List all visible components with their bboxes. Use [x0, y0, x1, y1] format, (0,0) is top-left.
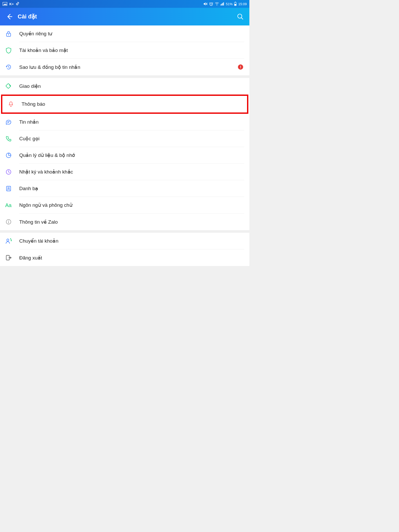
- aa-icon: Aa: [5, 202, 15, 208]
- settings-section-2: Giao diện Thông báo Tin nhắn Cuộc gọi Qu…: [0, 78, 249, 230]
- app-header: Cài đặt: [0, 8, 249, 25]
- svg-point-20: [7, 239, 9, 241]
- brush-icon: [5, 83, 15, 90]
- battery-icon: [234, 2, 237, 6]
- phone-icon: [5, 135, 15, 142]
- clock-icon: [5, 169, 15, 175]
- settings-item-label: Chuyển tài khoản: [19, 238, 58, 244]
- svg-point-19: [8, 221, 9, 221]
- settings-item-label: Ngôn ngữ và phông chữ: [19, 202, 72, 208]
- svg-rect-9: [235, 4, 236, 5]
- settings-item-contacts[interactable]: Danh bạ: [0, 180, 249, 197]
- switch-user-icon: [5, 238, 15, 244]
- settings-item-label: Đăng xuất: [19, 255, 42, 261]
- back-button[interactable]: [5, 13, 13, 21]
- alarm-icon: [209, 2, 213, 6]
- settings-item-about[interactable]: Thông tin về Zalo: [0, 214, 249, 230]
- svg-point-2: [217, 5, 217, 5]
- clock-text: 15:09: [238, 2, 247, 6]
- svg-rect-6: [223, 2, 224, 5]
- section-divider: [0, 75, 249, 78]
- settings-item-label: Sao lưu & đồng bộ tin nhắn: [19, 64, 80, 70]
- gallery-icon: [3, 2, 7, 6]
- mute-icon: [203, 2, 208, 6]
- piechart-icon: [5, 152, 15, 159]
- settings-item-theme[interactable]: Giao diện: [0, 78, 249, 95]
- svg-rect-16: [6, 186, 11, 191]
- settings-item-diary[interactable]: Nhật ký và khoảnh khắc: [0, 164, 249, 180]
- signal-icon: [221, 2, 224, 5]
- settings-item-label: Quyền riêng tư: [19, 31, 52, 37]
- settings-section-1: Quyền riêng tư Tài khoản và bảo mật Sao …: [0, 25, 249, 75]
- status-left: K+: [3, 2, 19, 6]
- wifi-icon: [215, 2, 219, 5]
- contact-icon: [5, 185, 15, 192]
- section-divider: [0, 230, 249, 233]
- settings-section-3: Chuyển tài khoản Đăng xuất: [0, 233, 249, 266]
- tiktok-icon: [16, 2, 19, 6]
- svg-point-17: [8, 187, 9, 189]
- settings-item-label: Tin nhắn: [19, 119, 39, 125]
- shield-icon: [5, 47, 15, 54]
- settings-item-data[interactable]: Quản lý dữ liệu & bộ nhớ: [0, 147, 249, 164]
- status-right: 51% 15:09: [203, 2, 247, 6]
- search-button[interactable]: [236, 13, 244, 21]
- settings-item-logout[interactable]: Đăng xuất: [0, 249, 249, 266]
- lock-icon: [5, 30, 15, 37]
- settings-item-label: Giao diện: [19, 83, 41, 89]
- settings-item-label: Nhật ký và khoảnh khắc: [19, 169, 73, 175]
- settings-item-call[interactable]: Cuộc gọi: [0, 130, 249, 147]
- settings-item-switch-account[interactable]: Chuyển tài khoản: [0, 233, 249, 249]
- logout-icon: [5, 254, 15, 261]
- battery-text: 51%: [226, 2, 232, 6]
- svg-rect-8: [235, 2, 236, 2]
- settings-item-label: Danh bạ: [19, 185, 38, 191]
- svg-rect-3: [221, 4, 221, 5]
- chat-icon: [5, 119, 15, 125]
- settings-item-message[interactable]: Tin nhắn: [0, 114, 249, 130]
- settings-item-language[interactable]: Aa Ngôn ngữ và phông chữ: [0, 197, 249, 214]
- status-bar: K+ 51% 15:09: [0, 0, 249, 8]
- settings-item-label: Tài khoản và bảo mật: [19, 47, 68, 53]
- kplus-icon: K+: [9, 2, 14, 6]
- settings-item-privacy[interactable]: Quyền riêng tư: [0, 25, 249, 42]
- alert-badge-icon: !: [238, 64, 243, 70]
- settings-item-label: Cuộc gọi: [19, 136, 39, 142]
- settings-item-label: Quản lý dữ liệu & bộ nhớ: [19, 152, 75, 158]
- page-title: Cài đặt: [18, 13, 37, 20]
- svg-rect-0: [3, 2, 7, 6]
- info-icon: [5, 218, 15, 225]
- highlight-annotation: Thông báo: [1, 95, 248, 114]
- settings-item-account[interactable]: Tài khoản và bảo mật: [0, 42, 249, 59]
- history-icon: [5, 64, 15, 70]
- bell-icon: [8, 101, 17, 108]
- settings-item-label: Thông báo: [22, 101, 45, 107]
- svg-rect-4: [222, 4, 222, 5]
- settings-item-backup[interactable]: Sao lưu & đồng bộ tin nhắn !: [0, 59, 249, 75]
- settings-item-label: Thông tin về Zalo: [19, 219, 58, 225]
- settings-item-notification[interactable]: Thông báo: [2, 96, 247, 112]
- svg-rect-5: [222, 3, 223, 6]
